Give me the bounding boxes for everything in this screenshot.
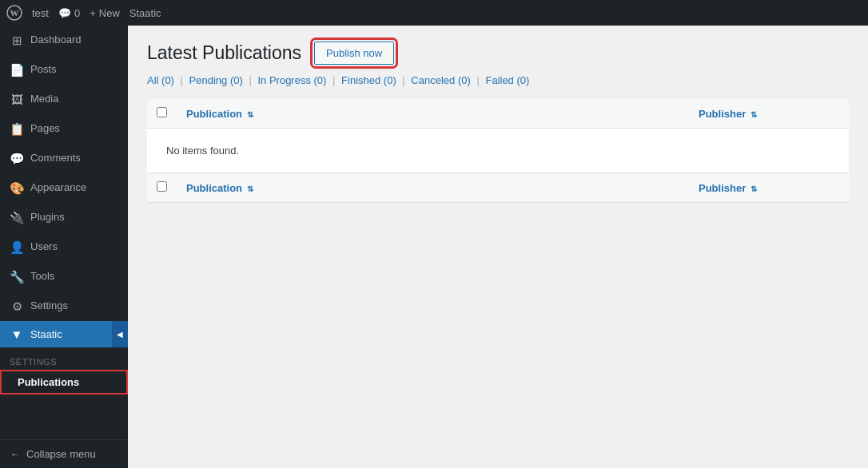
sidebar-item-label: Settings [30, 299, 68, 313]
sidebar-item-label: Dashboard [30, 33, 82, 47]
no-items-message: No items found. [157, 137, 839, 165]
comment-icon: 💬 [58, 7, 71, 19]
filter-in-progress[interactable]: In Progress (0) [257, 74, 326, 86]
sidebar-item-posts[interactable]: 📄 Posts [0, 55, 128, 85]
top-bar: W test 💬 0 + New Staatic [0, 0, 868, 26]
publication-header-label: Publication [186, 108, 242, 120]
dashboard-icon: ⊞ [10, 32, 24, 49]
filter-all[interactable]: All (0) [147, 74, 174, 86]
checkbox-col-footer [147, 173, 177, 203]
sidebar-item-pages[interactable]: 📋 Pages [0, 114, 128, 144]
publications-table: Publication ⇅ Publisher ⇅ No items found… [147, 99, 849, 203]
sidebar-sub-item-publications[interactable]: Publications [0, 370, 128, 395]
plus-icon: + [90, 7, 96, 19]
sidebar-item-staatic[interactable]: ▼ Staatic ◀ [0, 321, 128, 347]
sidebar-item-label: Tools [30, 269, 54, 284]
publications-label: Publications [18, 376, 79, 388]
publisher-footer-sort-icon: ⇅ [751, 184, 757, 193]
page-header: Latest Publications Publish now [147, 42, 849, 65]
publication-footer-sort-icon: ⇅ [247, 184, 253, 193]
svg-text:W: W [10, 8, 19, 18]
site-name[interactable]: test [32, 7, 49, 19]
sidebar: ⊞ Dashboard 📄 Posts 🖼 Media 📋 Pages 💬 Co… [0, 26, 128, 468]
sidebar-item-label: Appearance [30, 180, 86, 195]
sidebar-item-tools[interactable]: 🔧 Tools [0, 262, 128, 292]
publisher-footer-label: Publisher [699, 182, 746, 194]
posts-icon: 📄 [10, 61, 24, 78]
publisher-col-header[interactable]: Publisher ⇅ [689, 99, 849, 129]
sidebar-staatic-label: Staatic [30, 328, 62, 340]
no-items-row: No items found. [147, 129, 849, 173]
collapse-icon: ← [10, 448, 20, 460]
filter-pending[interactable]: Pending (0) [189, 74, 243, 86]
tools-icon: 🔧 [10, 268, 24, 285]
sidebar-item-media[interactable]: 🖼 Media [0, 85, 128, 114]
sidebar-item-appearance[interactable]: 🎨 Appearance [0, 173, 128, 203]
settings-icon: ⚙ [10, 298, 24, 315]
wp-logo-button[interactable]: W [6, 5, 22, 21]
plugin-name: Staatic [129, 7, 161, 19]
sidebar-item-label: Posts [30, 62, 57, 77]
table-footer-row: Publication ⇅ Publisher ⇅ [147, 173, 849, 203]
sidebar-item-label: Users [30, 240, 58, 254]
pages-icon: 📋 [10, 121, 24, 137]
media-icon: 🖼 [10, 91, 24, 108]
sidebar-item-label: Plugins [30, 210, 65, 224]
filter-failed[interactable]: Failed (0) [485, 74, 529, 86]
sidebar-item-label: Media [30, 92, 58, 106]
publisher-header-label: Publisher [699, 108, 746, 120]
checkbox-col-header [147, 99, 177, 129]
publication-sort-icon: ⇅ [247, 110, 253, 119]
new-content-button[interactable]: + New [90, 7, 120, 19]
table-header-row: Publication ⇅ Publisher ⇅ [147, 99, 849, 129]
collapse-menu-label: Collapse menu [26, 448, 96, 460]
users-icon: 👤 [10, 239, 24, 256]
publication-footer-label: Publication [186, 182, 242, 194]
comments-button[interactable]: 💬 0 [58, 7, 80, 19]
sidebar-item-label: Comments [30, 151, 81, 165]
publisher-col-footer[interactable]: Publisher ⇅ [689, 173, 849, 203]
main-content: Latest Publications Publish now All (0) … [128, 26, 868, 468]
page-title: Latest Publications [147, 42, 301, 64]
sidebar-item-settings[interactable]: ⚙ Settings [0, 292, 128, 321]
plugins-icon: 🔌 [10, 209, 24, 226]
settings-section-label: Settings [0, 347, 128, 370]
staatic-icon: ▼ [10, 327, 24, 341]
publication-col-footer[interactable]: Publication ⇅ [177, 173, 689, 203]
sidebar-item-dashboard[interactable]: ⊞ Dashboard [0, 26, 128, 55]
select-all-checkbox-top[interactable] [157, 107, 167, 117]
filter-canceled[interactable]: Canceled (0) [411, 74, 470, 86]
sidebar-item-users[interactable]: 👤 Users [0, 232, 128, 262]
publisher-sort-icon: ⇅ [751, 110, 757, 119]
wordpress-icon: W [6, 5, 22, 21]
sidebar-item-comments[interactable]: 💬 Comments [0, 144, 128, 173]
appearance-icon: 🎨 [10, 180, 24, 196]
comments-icon: 💬 [10, 150, 24, 167]
filter-bar: All (0) | Pending (0) | In Progress (0) … [147, 74, 849, 86]
filter-finished[interactable]: Finished (0) [341, 74, 396, 86]
staatic-arrow-icon: ◀ [112, 321, 128, 347]
sidebar-item-label: Pages [30, 121, 60, 136]
publication-col-header[interactable]: Publication ⇅ [177, 99, 689, 129]
publish-now-button[interactable]: Publish now [314, 42, 394, 65]
no-items-cell: No items found. [147, 129, 849, 173]
layout: ⊞ Dashboard 📄 Posts 🖼 Media 📋 Pages 💬 Co… [0, 26, 868, 468]
sidebar-item-plugins[interactable]: 🔌 Plugins [0, 203, 128, 232]
collapse-menu-button[interactable]: ← Collapse menu [0, 439, 128, 468]
select-all-checkbox-bottom[interactable] [157, 181, 167, 192]
